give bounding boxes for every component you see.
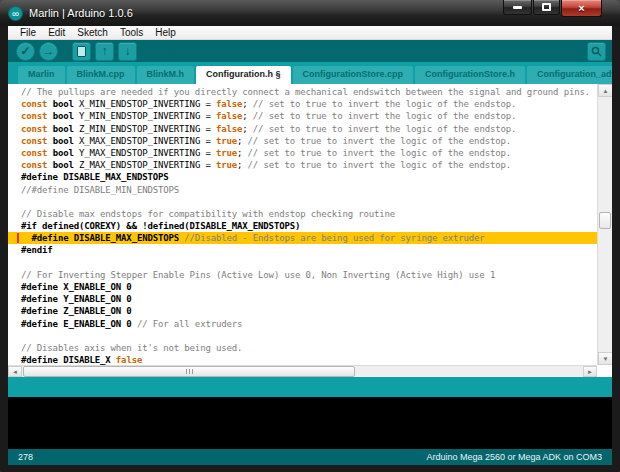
editor-pane: // The pullups are needed if you directl… bbox=[8, 84, 612, 377]
tab-blinkm-cpp[interactable]: BlinkM.cpp bbox=[67, 66, 135, 84]
scroll-right-arrow-icon[interactable]: ► bbox=[583, 366, 597, 377]
arduino-ide-window: ∞ Marlin | Arduino 1.0.6 × FileEditSketc… bbox=[0, 0, 620, 472]
code-line: #define DISABLE_MAX_ENDSTOPS bbox=[8, 171, 597, 183]
scroll-down-arrow-icon[interactable]: ▼ bbox=[598, 352, 612, 365]
window-controls: × bbox=[502, 0, 602, 17]
status-line-number: 278 bbox=[18, 452, 33, 462]
code-line: #define Y_ENABLE_ON 0 bbox=[8, 293, 597, 305]
toolbar: ✓→↑↓ bbox=[8, 40, 612, 62]
new-sketch-button[interactable] bbox=[72, 42, 91, 61]
window-title: Marlin | Arduino 1.0.6 bbox=[29, 7, 133, 19]
close-button[interactable]: × bbox=[561, 0, 602, 17]
minimize-icon bbox=[513, 6, 522, 9]
scroll-left-arrow-icon[interactable]: ◄ bbox=[8, 366, 22, 377]
tab-strip: MarlinBlinkM.cppBlinkM.hConfiguration.h … bbox=[8, 62, 612, 84]
new-sketch-icon bbox=[77, 46, 86, 57]
serial-monitor-icon bbox=[591, 46, 602, 57]
close-icon: × bbox=[578, 2, 584, 14]
serial-monitor-button[interactable] bbox=[587, 42, 606, 61]
code-line: #define Z_ENABLE_ON 0 bbox=[8, 305, 597, 317]
console-output bbox=[8, 397, 612, 449]
scroll-up-arrow-icon[interactable]: ▲ bbox=[598, 84, 612, 97]
code-line bbox=[8, 257, 597, 269]
code-line: const bool Z_MAX_ENDSTOP_INVERTING = tru… bbox=[8, 159, 597, 171]
tab-label: Marlin bbox=[28, 69, 55, 79]
tab-configurationstore-cpp[interactable]: ConfigurationStore.cpp bbox=[293, 66, 414, 84]
code-line: const bool Y_MIN_ENDSTOP_INVERTING = fal… bbox=[8, 110, 597, 122]
code-line: const bool X_MIN_ENDSTOP_INVERTING = fal… bbox=[8, 98, 597, 110]
tab-blinkm-h[interactable]: BlinkM.h bbox=[137, 66, 195, 84]
code-line: // For Inverting Stepper Enable Pins (Ac… bbox=[8, 269, 597, 281]
tab-label: Configuration.h § bbox=[206, 69, 281, 79]
window-frame-bottom bbox=[0, 465, 620, 472]
code-line: #define DISABLE_X false bbox=[8, 354, 597, 365]
code-line-highlighted: #define DISABLE_MAX_ENDSTOPS //Disabled … bbox=[8, 232, 597, 244]
tab-configurationstore-h[interactable]: ConfigurationStore.h bbox=[415, 66, 525, 84]
code-line: #define E_ENABLE_ON 0 // For all extrude… bbox=[8, 318, 597, 330]
upload-icon: → bbox=[43, 45, 55, 57]
code-line: const bool Y_MAX_ENDSTOP_INVERTING = tru… bbox=[8, 147, 597, 159]
maximize-button[interactable] bbox=[533, 0, 560, 15]
code-line: const bool X_MAX_ENDSTOP_INVERTING = tru… bbox=[8, 135, 597, 147]
code-line: // Disables axis when it's not being use… bbox=[8, 342, 597, 354]
code-line: // Disable max endstops for compatibilit… bbox=[8, 208, 597, 220]
tab-marlin[interactable]: Marlin bbox=[18, 66, 65, 84]
code-line: #if defined(COREXY) && !defined(DISABLE_… bbox=[8, 220, 597, 232]
menu-edit[interactable]: Edit bbox=[42, 27, 71, 38]
menu-bar: FileEditSketchToolsHelp bbox=[8, 26, 612, 40]
vertical-scroll-thumb[interactable] bbox=[599, 212, 611, 229]
code-line bbox=[8, 330, 597, 342]
verify-button[interactable]: ✓ bbox=[16, 42, 35, 61]
tab-label: BlinkM.h bbox=[147, 69, 185, 79]
horizontal-scrollbar[interactable]: ◄ ► bbox=[8, 365, 597, 377]
text-caret bbox=[17, 233, 19, 243]
status-board-port: Arduino Mega 2560 or Mega ADK on COM3 bbox=[426, 452, 602, 462]
menu-help[interactable]: Help bbox=[149, 27, 182, 38]
menu-sketch[interactable]: Sketch bbox=[71, 27, 114, 38]
upload-button[interactable]: → bbox=[39, 42, 58, 61]
status-bar: 278 Arduino Mega 2560 or Mega ADK on COM… bbox=[8, 449, 612, 465]
title-bar[interactable]: ∞ Marlin | Arduino 1.0.6 × bbox=[0, 0, 620, 26]
tab-configuration-adv-h[interactable]: Configuration_adv.h bbox=[527, 66, 612, 84]
arduino-infinity-icon: ∞ bbox=[8, 6, 23, 21]
code-line: #endif bbox=[8, 244, 597, 256]
tab-configuration-h[interactable]: Configuration.h § bbox=[196, 66, 291, 84]
menu-file[interactable]: File bbox=[14, 27, 42, 38]
save-sketch-button[interactable]: ↓ bbox=[118, 42, 137, 61]
code-line: //#define DISABLE_MIN_ENDSTOPS bbox=[8, 184, 597, 196]
verify-icon: ✓ bbox=[20, 45, 30, 57]
code-line bbox=[8, 196, 597, 208]
open-sketch-button[interactable]: ↑ bbox=[95, 42, 114, 61]
message-strip bbox=[8, 377, 612, 397]
vertical-scrollbar[interactable]: ▲ ▼ bbox=[597, 84, 612, 365]
maximize-icon bbox=[542, 3, 551, 11]
tab-label: BlinkM.cpp bbox=[77, 69, 125, 79]
horizontal-scroll-thumb[interactable] bbox=[23, 366, 355, 377]
save-sketch-icon: ↓ bbox=[125, 45, 131, 57]
open-sketch-icon: ↑ bbox=[102, 45, 108, 57]
tab-label: Configuration_adv.h bbox=[537, 69, 612, 79]
code-line: #define X_ENABLE_ON 0 bbox=[8, 281, 597, 293]
code-area[interactable]: // The pullups are needed if you directl… bbox=[8, 86, 597, 365]
tab-label: ConfigurationStore.h bbox=[425, 69, 515, 79]
code-line: const bool Z_MIN_ENDSTOP_INVERTING = fal… bbox=[8, 123, 597, 135]
minimize-button[interactable] bbox=[503, 0, 532, 15]
tab-label: ConfigurationStore.cpp bbox=[303, 69, 404, 79]
code-line: // The pullups are needed if you directl… bbox=[8, 86, 597, 98]
menu-tools[interactable]: Tools bbox=[114, 27, 149, 38]
